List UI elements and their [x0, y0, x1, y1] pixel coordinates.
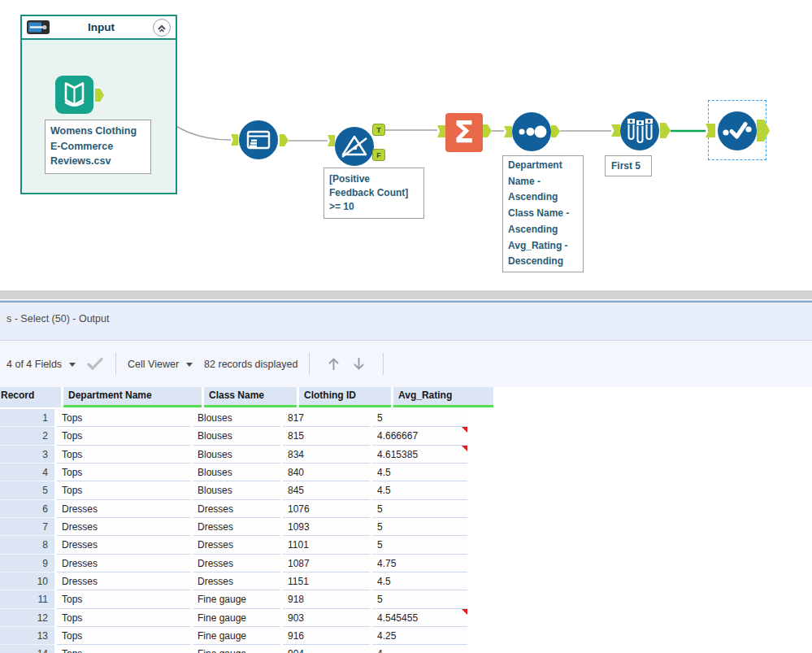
filter-tool[interactable] — [335, 127, 374, 166]
record-number-cell[interactable]: 9 — [0, 555, 54, 572]
data-cell[interactable]: 815 — [283, 427, 370, 445]
data-cell[interactable]: Dresses — [193, 555, 280, 572]
record-number-cell[interactable]: 14 — [0, 645, 54, 653]
sample-tool[interactable] — [620, 111, 659, 150]
record-number-cell[interactable]: 1 — [0, 409, 54, 427]
data-cell[interactable]: 1087 — [283, 555, 370, 572]
table-row[interactable]: 12TopsFine gauge9034.545455 — [0, 609, 569, 627]
data-cell[interactable]: Dresses — [193, 572, 280, 590]
summarize-tool[interactable]: Σ — [445, 113, 483, 152]
true-output-anchor[interactable]: T — [372, 124, 385, 136]
record-number-cell[interactable]: 8 — [0, 536, 54, 554]
table-row[interactable]: 14TopsFine gauge9044 — [0, 645, 569, 653]
data-cell[interactable]: 4.615385 — [372, 446, 467, 464]
data-cell[interactable]: Blouses — [193, 427, 280, 445]
data-cell[interactable]: 1093 — [283, 518, 370, 536]
record-number-cell[interactable]: 6 — [0, 500, 54, 518]
table-row[interactable]: 5TopsBlouses8454.5 — [0, 481, 569, 499]
data-cell[interactable]: 903 — [283, 609, 370, 627]
data-cell[interactable]: 4.5 — [372, 481, 467, 499]
data-cell[interactable]: 904 — [283, 645, 370, 653]
data-cell[interactable]: 840 — [283, 464, 370, 481]
sort-tool[interactable] — [512, 112, 551, 151]
record-number-cell[interactable]: 3 — [0, 446, 54, 464]
tool-annotation-filter[interactable]: [Positive Feedback Count] >= 10 — [323, 168, 424, 219]
data-cell[interactable]: 4.545455 — [372, 609, 467, 627]
data-cell[interactable]: Dresses — [57, 536, 190, 554]
data-cell[interactable]: Tops — [57, 409, 190, 427]
data-cell[interactable]: 4.5 — [372, 464, 467, 481]
record-number-cell[interactable]: 12 — [0, 609, 54, 627]
table-row[interactable]: 3TopsBlouses8344.615385 — [0, 446, 569, 464]
tool-annotation-input[interactable]: Womens Clothing E-Commerce Reviews.csv — [45, 120, 151, 174]
panel-splitter[interactable] — [0, 290, 812, 299]
table-row[interactable]: 9DressesDresses10874.75 — [0, 555, 569, 572]
data-cell[interactable]: 1076 — [283, 500, 370, 518]
record-number-cell[interactable]: 11 — [0, 590, 54, 608]
container-toggle-icon[interactable] — [27, 20, 50, 34]
data-cell[interactable]: 817 — [283, 409, 370, 427]
data-cell[interactable]: Blouses — [193, 481, 280, 499]
column-header-clothing-id[interactable]: Clothing ID — [299, 387, 391, 407]
data-cell[interactable]: Blouses — [193, 409, 280, 427]
record-number-cell[interactable]: 5 — [0, 481, 54, 499]
data-cell[interactable]: 918 — [283, 590, 370, 608]
record-number-cell[interactable]: 4 — [0, 464, 54, 481]
column-header-department-name[interactable]: Department Name — [63, 387, 202, 407]
table-row[interactable]: 1TopsBlouses8175 — [0, 409, 569, 427]
data-cell[interactable]: 4.5 — [372, 572, 467, 590]
data-cell[interactable]: Dresses — [57, 518, 190, 536]
data-cell[interactable]: Tops — [57, 464, 190, 481]
arrow-down-button[interactable] — [352, 356, 366, 372]
record-number-cell[interactable]: 10 — [0, 572, 54, 590]
data-cell[interactable]: 5 — [372, 518, 467, 536]
data-cell[interactable]: Dresses — [57, 572, 190, 590]
data-cell[interactable]: Dresses — [193, 536, 280, 554]
data-cell[interactable]: 5 — [372, 536, 467, 554]
data-cell[interactable]: Fine gauge — [193, 645, 280, 653]
table-row[interactable]: 2TopsBlouses8154.666667 — [0, 427, 569, 445]
data-cell[interactable]: 1151 — [283, 572, 370, 590]
input-data-tool[interactable] — [55, 76, 93, 114]
data-cell[interactable]: 4.666667 — [372, 427, 467, 445]
fields-dropdown[interactable]: 4 of 4 Fields — [7, 359, 76, 370]
data-cell[interactable]: 1101 — [283, 536, 370, 554]
data-cell[interactable]: Tops — [57, 446, 190, 464]
data-cell[interactable]: Tops — [57, 590, 190, 608]
data-cell[interactable]: Tops — [57, 627, 190, 645]
data-cell[interactable]: Dresses — [57, 555, 190, 572]
data-cell[interactable]: Blouses — [193, 464, 280, 481]
data-cell[interactable]: 5 — [372, 590, 467, 608]
table-row[interactable]: 13TopsFine gauge9164.25 — [0, 627, 569, 645]
cell-viewer-dropdown[interactable]: Cell Viewer — [128, 359, 193, 370]
table-row[interactable]: 11TopsFine gauge9185 — [0, 590, 569, 608]
tool-annotation-sample[interactable]: First 5 — [605, 155, 652, 176]
record-number-cell[interactable]: 7 — [0, 518, 54, 536]
table-row[interactable]: 6DressesDresses10765 — [0, 500, 569, 518]
data-cell[interactable]: 5 — [372, 500, 467, 518]
data-cell[interactable]: Fine gauge — [193, 590, 280, 608]
data-cell[interactable]: Tops — [57, 481, 190, 499]
table-row[interactable]: 8DressesDresses11015 — [0, 536, 569, 554]
data-cell[interactable]: 834 — [283, 446, 370, 464]
data-cell[interactable]: 4.25 — [372, 627, 467, 645]
data-cell[interactable]: Dresses — [57, 500, 190, 518]
data-cell[interactable]: 916 — [283, 627, 370, 645]
column-header-avg-rating[interactable]: Avg_Rating — [393, 387, 493, 407]
browse-tool[interactable] — [239, 120, 278, 159]
data-cell[interactable]: 5 — [372, 409, 467, 427]
data-cell[interactable]: Blouses — [193, 446, 280, 464]
table-row[interactable]: 10DressesDresses11514.5 — [0, 572, 569, 590]
data-cell[interactable]: Dresses — [193, 518, 280, 536]
false-output-anchor[interactable]: F — [372, 149, 385, 161]
column-header-record[interactable]: Record — [0, 387, 61, 407]
data-cell[interactable]: Dresses — [193, 500, 280, 518]
data-cell[interactable]: Fine gauge — [193, 627, 280, 645]
record-number-cell[interactable]: 2 — [0, 427, 54, 445]
data-cell[interactable]: 4.75 — [372, 555, 467, 572]
data-cell[interactable]: 845 — [283, 481, 370, 499]
data-cell[interactable]: 4 — [372, 645, 467, 653]
record-number-cell[interactable]: 13 — [0, 627, 54, 645]
column-header-class-name[interactable]: Class Name — [204, 387, 297, 407]
table-row[interactable]: 4TopsBlouses8404.5 — [0, 464, 569, 481]
